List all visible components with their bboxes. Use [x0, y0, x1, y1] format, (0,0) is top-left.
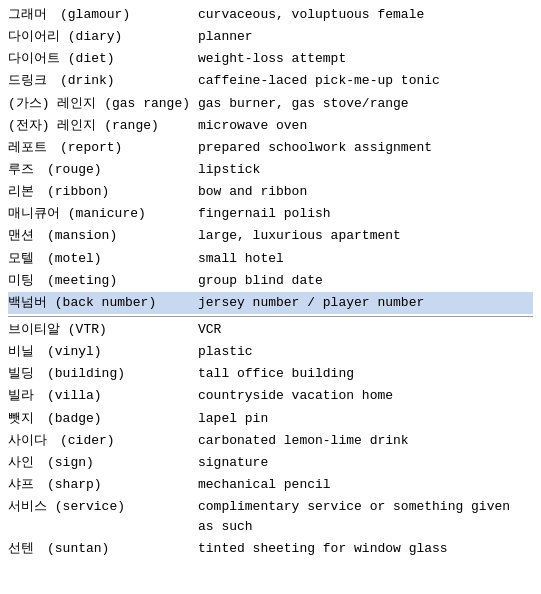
english-definition: prepared schoolwork assignment	[198, 138, 533, 158]
section-divider	[8, 316, 533, 317]
english-definition: signature	[198, 453, 533, 473]
korean-term: 다이어리 (diary)	[8, 27, 198, 47]
table-row: 뺏지 (badge)lapel pin	[8, 408, 533, 430]
korean-term: 레포트 (report)	[8, 138, 198, 158]
korean-term: (전자) 레인지 (range)	[8, 116, 198, 136]
table-row: 브이티알 (VTR)VCR	[8, 319, 533, 341]
korean-term: 그래머 (glamour)	[8, 5, 198, 25]
table-row: 빌라 (villa)countryside vacation home	[8, 385, 533, 407]
korean-term: 빌딩 (building)	[8, 364, 198, 384]
english-definition: tinted sheeting for window glass	[198, 539, 533, 559]
english-definition: VCR	[198, 320, 533, 340]
english-definition: complimentary service or something given…	[198, 497, 533, 537]
english-definition: bow and ribbon	[198, 182, 533, 202]
table-row: 비닐 (vinyl)plastic	[8, 341, 533, 363]
korean-term: 미팅 (meeting)	[8, 271, 198, 291]
korean-term: 브이티알 (VTR)	[8, 320, 198, 340]
korean-term: 루즈 (rouge)	[8, 160, 198, 180]
table-row: 다이어리 (diary)planner	[8, 26, 533, 48]
korean-term: 샤프 (sharp)	[8, 475, 198, 495]
english-definition: fingernail polish	[198, 204, 533, 224]
english-definition: caffeine-laced pick-me-up tonic	[198, 71, 533, 91]
english-definition: lapel pin	[198, 409, 533, 429]
korean-term: (가스) 레인지 (gas range)	[8, 94, 198, 114]
table-row: 백넘버 (back number)jersey number / player …	[8, 292, 533, 314]
korean-term: 선텐 (suntan)	[8, 539, 198, 559]
korean-term: 맨션 (mansion)	[8, 226, 198, 246]
table-row: 사인 (sign)signature	[8, 452, 533, 474]
english-definition: large, luxurious apartment	[198, 226, 533, 246]
korean-term: 사이다 (cider)	[8, 431, 198, 451]
korean-term: 매니큐어 (manicure)	[8, 204, 198, 224]
english-definition: lipstick	[198, 160, 533, 180]
table-row: (전자) 레인지 (range)microwave oven	[8, 115, 533, 137]
table-row: 루즈 (rouge)lipstick	[8, 159, 533, 181]
table-row: 서비스 (service)complimentary service or so…	[8, 496, 533, 538]
table-row: 사이다 (cider)carbonated lemon-lime drink	[8, 430, 533, 452]
korean-term: 리본 (ribbon)	[8, 182, 198, 202]
english-definition: gas burner, gas stove/range	[198, 94, 533, 114]
english-definition: curvaceous, voluptuous female	[198, 5, 533, 25]
table-row: 드링크 (drink)caffeine-laced pick-me-up ton…	[8, 70, 533, 92]
english-definition: microwave oven	[198, 116, 533, 136]
english-definition: planner	[198, 27, 533, 47]
english-definition: countryside vacation home	[198, 386, 533, 406]
korean-term: 백넘버 (back number)	[8, 293, 198, 313]
korean-term: 사인 (sign)	[8, 453, 198, 473]
table-row: 맨션 (mansion)large, luxurious apartment	[8, 225, 533, 247]
english-definition: weight-loss attempt	[198, 49, 533, 69]
table-row: 그래머 (glamour)curvaceous, voluptuous fema…	[8, 4, 533, 26]
english-definition: small hotel	[198, 249, 533, 269]
table-row: 샤프 (sharp)mechanical pencil	[8, 474, 533, 496]
korean-term: 서비스 (service)	[8, 497, 198, 517]
english-definition: tall office building	[198, 364, 533, 384]
english-definition: carbonated lemon-lime drink	[198, 431, 533, 451]
korean-term: 다이어트 (diet)	[8, 49, 198, 69]
korean-term: 드링크 (drink)	[8, 71, 198, 91]
table-row: 리본 (ribbon)bow and ribbon	[8, 181, 533, 203]
korean-term: 뺏지 (badge)	[8, 409, 198, 429]
korean-term: 비닐 (vinyl)	[8, 342, 198, 362]
english-definition: group blind date	[198, 271, 533, 291]
table-row: 모텔 (motel)small hotel	[8, 248, 533, 270]
table-row: 빌딩 (building)tall office building	[8, 363, 533, 385]
english-definition: plastic	[198, 342, 533, 362]
table-row: 선텐 (suntan)tinted sheeting for window gl…	[8, 538, 533, 560]
english-definition: mechanical pencil	[198, 475, 533, 495]
table-row: (가스) 레인지 (gas range)gas burner, gas stov…	[8, 93, 533, 115]
vocabulary-table: 그래머 (glamour)curvaceous, voluptuous fema…	[8, 4, 533, 561]
table-row: 매니큐어 (manicure)fingernail polish	[8, 203, 533, 225]
korean-term: 빌라 (villa)	[8, 386, 198, 406]
korean-term: 모텔 (motel)	[8, 249, 198, 269]
table-row: 다이어트 (diet)weight-loss attempt	[8, 48, 533, 70]
english-definition: jersey number / player number	[198, 293, 533, 313]
table-row: 미팅 (meeting)group blind date	[8, 270, 533, 292]
table-row: 레포트 (report)prepared schoolwork assignme…	[8, 137, 533, 159]
